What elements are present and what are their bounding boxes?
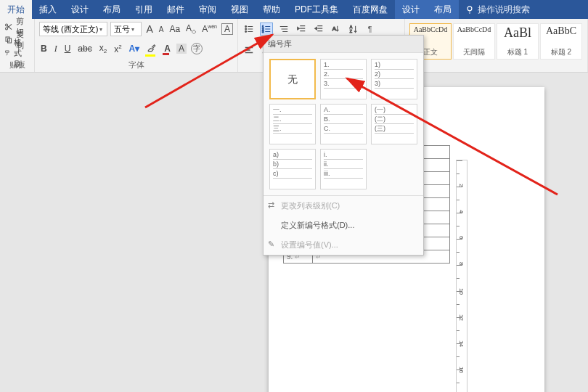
svg-point-0: [467, 7, 472, 11]
svg-text:A: A: [332, 25, 337, 32]
sort-icon: AZ: [348, 24, 359, 34]
font-color-button[interactable]: A: [163, 44, 172, 54]
text-effects-button[interactable]: A▾: [128, 44, 142, 54]
bold-button[interactable]: B: [39, 44, 49, 54]
strike-button[interactable]: abc: [76, 44, 93, 54]
group-styles: AaBbCcDd正文AaBbCcDd无间隔AaBl标题 1AaBbC标题 2: [405, 19, 588, 72]
sort-button[interactable]: AZ: [347, 23, 360, 36]
text-direction-button[interactable]: A: [330, 23, 343, 36]
underline-button[interactable]: U: [63, 44, 73, 54]
numbering-option-6[interactable]: i.ii.iii.: [320, 149, 367, 189]
subscript-button[interactable]: x2: [98, 43, 108, 54]
group-clipboard: 剪切 复制 格式刷 贴板: [0, 19, 35, 72]
svg-point-6: [245, 28, 247, 30]
text-dir-icon: A: [331, 24, 341, 34]
numbering-none[interactable]: 无: [269, 59, 316, 99]
svg-text:A: A: [350, 25, 353, 29]
menu-tabs: 开始 插入 设计 布局 引用 邮件 审阅 视图 帮助 PDF工具集 百度网盘 设…: [0, 0, 588, 19]
tab-references[interactable]: 引用: [128, 0, 160, 19]
tab-baidu[interactable]: 百度网盘: [346, 0, 395, 19]
numbering-option-4[interactable]: (一)(二)(三): [371, 104, 417, 144]
font-name-combo[interactable]: 等线 (西文正文)▾: [39, 22, 107, 36]
enclose-char-button[interactable]: 字: [191, 43, 203, 54]
font-size-combo[interactable]: 五号▾: [110, 22, 142, 36]
copy-icon: [4, 35, 13, 45]
svg-text:Z: Z: [350, 29, 353, 33]
numbering-option-1[interactable]: 1)2)3): [371, 59, 417, 99]
italic-button[interactable]: I: [53, 44, 59, 54]
style-标题 1[interactable]: AaBl标题 1: [497, 23, 539, 60]
highlight-button[interactable]: [145, 43, 158, 55]
numbering-option-5[interactable]: a)b)c): [269, 149, 316, 189]
tab-insert[interactable]: 插入: [32, 0, 64, 19]
grow-font-button[interactable]: A: [144, 23, 154, 35]
chevron-icon: ⇄: [268, 200, 274, 210]
show-marks-button[interactable]: ¶: [364, 23, 377, 36]
indent-icon: [314, 24, 324, 34]
highlighter-icon: [147, 43, 157, 53]
numbering-option-3[interactable]: A.B.C.: [320, 104, 367, 144]
dropdown-title: 编号库: [264, 36, 423, 53]
tab-table-layout[interactable]: 布局: [427, 0, 459, 19]
numbering-icon: 123: [261, 24, 271, 34]
tab-mailings[interactable]: 邮件: [160, 0, 192, 19]
numbering-button[interactable]: 123: [260, 23, 273, 36]
group-font: 等线 (西文正文)▾ 五号▾ A A Aa A◇ Awén A B I U ab…: [35, 19, 238, 72]
tab-pdf[interactable]: PDF工具集: [287, 0, 346, 19]
change-case-button[interactable]: Aa: [168, 24, 181, 34]
style-标题 2[interactable]: AaBbC标题 2: [540, 23, 582, 60]
pilcrow-icon: ¶: [366, 24, 376, 34]
multilevel-icon: [279, 24, 289, 34]
multilevel-button[interactable]: [277, 23, 290, 36]
tab-layout[interactable]: 布局: [96, 0, 128, 19]
search-placeholder: 操作说明搜索: [478, 4, 530, 16]
group-font-label: 字体: [39, 60, 233, 72]
svg-point-5: [245, 26, 247, 28]
tab-review[interactable]: 审阅: [192, 0, 224, 19]
align-left-icon: [244, 45, 254, 55]
char-shading-button[interactable]: A: [176, 44, 187, 54]
brush-icon: [4, 48, 11, 58]
numbering-option-0[interactable]: 1.2.3.: [320, 59, 367, 99]
set-number-value-item: ✎ 设置编号值(V)...: [264, 235, 423, 255]
svg-text:¶: ¶: [368, 25, 372, 33]
scissors-icon: [4, 22, 13, 32]
tab-help[interactable]: 帮助: [256, 0, 287, 19]
tell-me-search[interactable]: 操作说明搜索: [459, 4, 536, 16]
superscript-button[interactable]: x2: [113, 44, 123, 54]
clear-format-button[interactable]: A◇: [184, 23, 197, 35]
bullets-button[interactable]: [242, 23, 256, 36]
svg-text:3: 3: [262, 30, 264, 33]
char-border-button[interactable]: A: [221, 23, 233, 35]
numbering-dropdown: 编号库 无1.2.3.1)2)3)一.二.三.A.B.C.(一)(二)(三)a)…: [263, 35, 424, 256]
numbering-option-2[interactable]: 一.二.三.: [269, 104, 316, 144]
outdent-icon: [296, 24, 306, 34]
pencil-icon: ✎: [268, 240, 274, 249]
format-painter-button[interactable]: 格式刷: [4, 46, 30, 60]
tab-design[interactable]: 设计: [64, 0, 96, 19]
bullets-icon: [244, 24, 254, 34]
group-clipboard-label: 贴板: [4, 60, 30, 72]
shrink-font-button[interactable]: A: [158, 25, 166, 33]
define-number-format-item[interactable]: 定义新编号格式(D)...: [264, 216, 423, 235]
align-left-button[interactable]: [242, 44, 256, 57]
tab-view[interactable]: 视图: [224, 0, 256, 19]
decrease-indent-button[interactable]: [295, 23, 308, 36]
vertical-ruler: 24681012141618: [456, 160, 467, 392]
change-list-level-item: ⇄ 更改列表级别(C): [264, 196, 423, 216]
tab-table-design[interactable]: 设计: [395, 0, 427, 19]
increase-indent-button[interactable]: [312, 23, 325, 36]
svg-point-7: [245, 31, 247, 33]
phonetic-guide-button[interactable]: Awén: [200, 24, 219, 35]
style-无间隔[interactable]: AaBbCcDd无间隔: [453, 23, 495, 60]
lightbulb-icon: [465, 4, 475, 15]
